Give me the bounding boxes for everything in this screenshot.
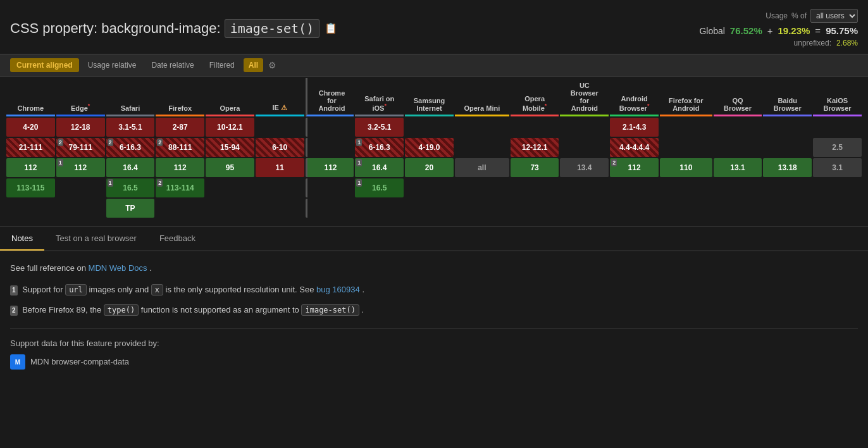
compat-cell: [511, 118, 559, 137]
compat-cell[interactable]: 116.5: [106, 178, 155, 197]
compat-cell[interactable]: 2.1-4.3: [610, 118, 659, 137]
compat-cell: [610, 178, 659, 197]
note1-code1: url: [65, 284, 87, 296]
reference-line: See full reference on MDN Web Docs .: [10, 261, 858, 275]
compat-cell: [813, 178, 862, 197]
compat-cell[interactable]: 112: [6, 158, 55, 177]
tab-usage-relative[interactable]: Usage relative: [82, 58, 143, 72]
compat-cell[interactable]: 2112: [610, 158, 659, 177]
tab-date-relative[interactable]: Date relative: [145, 58, 200, 72]
compat-cell[interactable]: 112: [306, 158, 354, 177]
compat-cell[interactable]: 21-111: [6, 138, 55, 157]
browser-col-ie: IE ⚠: [256, 78, 304, 116]
total-pct: 95.75%: [826, 25, 858, 36]
settings-icon[interactable]: ⚙: [268, 60, 276, 70]
note1-line: 1 Support for url images only and x is t…: [10, 283, 858, 297]
mdn-link[interactable]: MDN Web Docs: [89, 263, 147, 273]
compat-cell[interactable]: 13.18: [763, 158, 812, 177]
compat-cell: [660, 118, 712, 137]
compat-cell: [256, 178, 304, 197]
compat-cell[interactable]: 20: [405, 158, 454, 177]
compat-cell: [455, 178, 509, 197]
compat-cell: [560, 138, 609, 157]
notes-tab-feedback[interactable]: Feedback: [148, 227, 207, 251]
compat-cell[interactable]: 73: [511, 158, 559, 177]
plus-sign: +: [767, 25, 773, 36]
notes-content: See full reference on MDN Web Docs . 1 S…: [0, 251, 868, 380]
table-row: 21-111279-11126-16.3288-11115-946-1016-1…: [6, 138, 862, 157]
compat-cell[interactable]: TP: [106, 199, 155, 218]
table-row: 112111216.41129511112116.420all7313.4211…: [6, 158, 862, 177]
compat-cell[interactable]: 12-12.1: [511, 138, 559, 157]
compat-cell[interactable]: 279-111: [56, 138, 105, 157]
browser-col-qq-browser: QQBrowser: [714, 78, 762, 116]
tab-filtered[interactable]: Filtered: [203, 58, 241, 72]
compat-cell: [560, 118, 609, 137]
compat-cell[interactable]: 13.4: [560, 158, 609, 177]
compat-cell[interactable]: 112: [156, 158, 204, 177]
unprefixed-label: unprefixed:: [794, 39, 831, 47]
compat-cell[interactable]: 95: [206, 158, 254, 177]
compat-cell[interactable]: 3.2-5.1: [355, 118, 404, 137]
browser-col-firefox-for-android: Firefox forAndroid: [660, 78, 712, 116]
compat-cell[interactable]: 3.1: [813, 158, 862, 177]
compat-cell[interactable]: 4-19.0: [405, 138, 454, 157]
compat-cell[interactable]: 10-12.1: [206, 118, 254, 137]
compat-cell: [660, 199, 712, 218]
compat-cell[interactable]: 110: [660, 158, 712, 177]
compat-cell: [256, 199, 304, 218]
support-footer: Support data for this feature provided b…: [10, 328, 858, 370]
note1-code2: x: [151, 284, 163, 296]
note2-code1: type(): [104, 304, 139, 316]
copy-icon[interactable]: 📋: [325, 22, 337, 34]
note1-end: .: [362, 285, 364, 294]
compat-cell: [56, 178, 105, 197]
usage-label: Usage: [766, 11, 788, 20]
compat-cell[interactable]: 12-18: [56, 118, 105, 137]
table-row: 4-2012-183.1-5.12-8710-12.13.2-5.12.1-4.…: [6, 118, 862, 137]
compat-cell[interactable]: 4.4-4.4.4: [610, 138, 659, 157]
compat-cell[interactable]: 2113-114: [156, 178, 204, 197]
compat-cell[interactable]: 116.4: [355, 158, 404, 177]
tab-all[interactable]: All: [244, 58, 263, 72]
compat-cell[interactable]: 15-94: [206, 138, 254, 157]
compat-cell[interactable]: 2.5: [813, 138, 862, 157]
compat-cell: [511, 178, 559, 197]
compat-cell: [714, 178, 762, 197]
compat-cell[interactable]: 26-16.3: [106, 138, 155, 157]
compat-cell: [355, 199, 404, 218]
note2-end: .: [362, 305, 364, 314]
browser-col-firefox: Firefox: [156, 78, 204, 116]
compat-cell: [763, 118, 812, 137]
unprefixed-pct: 2.68%: [836, 39, 858, 47]
notes-tab-notes[interactable]: Notes: [0, 227, 44, 251]
compat-cell[interactable]: 2-87: [156, 118, 204, 137]
compat-cell[interactable]: 1112: [56, 158, 105, 177]
compat-cell[interactable]: 288-111: [156, 138, 204, 157]
compat-cell: [763, 138, 812, 157]
compat-cell[interactable]: 11: [256, 158, 304, 177]
bug-link[interactable]: bug 160934: [316, 285, 360, 294]
users-select[interactable]: all users: [810, 9, 858, 23]
tab-current-aligned[interactable]: Current aligned: [10, 58, 79, 72]
mdn-data-label: MDN browser-compat-data: [30, 355, 129, 369]
compat-cell[interactable]: 16.4: [106, 158, 155, 177]
compat-cell[interactable]: 13.1: [714, 158, 762, 177]
compat-cell[interactable]: 4-20: [6, 118, 55, 137]
notes-tab-test[interactable]: Test on a real browser: [44, 227, 148, 251]
compat-cell: [306, 199, 354, 218]
compat-cell: [306, 118, 354, 137]
notes-tabs: Notes Test on a real browser Feedback: [0, 227, 868, 251]
compat-cell[interactable]: 3.1-5.1: [106, 118, 155, 137]
compat-cell[interactable]: all: [455, 158, 509, 177]
compat-cell[interactable]: 113-115: [6, 178, 55, 197]
browser-col-uc-browser-for-android: UCBrowserforAndroid: [560, 78, 609, 116]
browser-col-chrome: Chrome: [6, 78, 55, 116]
compat-cell: [660, 178, 712, 197]
compat-cell[interactable]: 16-16.3: [355, 138, 404, 157]
compat-cell: [206, 178, 254, 197]
browser-col-kaios-browser: KaiOSBrowser: [813, 78, 862, 116]
compat-cell: [813, 199, 862, 218]
compat-cell[interactable]: 6-10: [256, 138, 304, 157]
compat-cell[interactable]: 116.5: [355, 178, 404, 197]
